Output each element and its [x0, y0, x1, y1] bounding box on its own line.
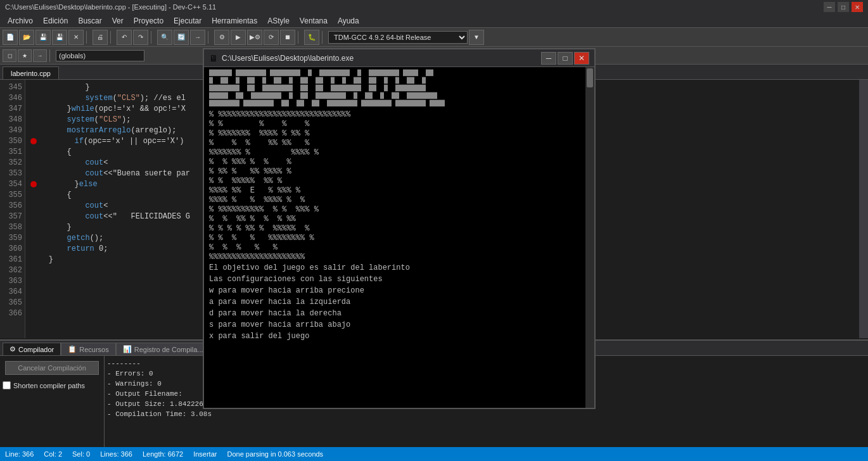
- tab-recursos[interactable]: 📋 Recursos: [61, 343, 115, 355]
- redo-button[interactable]: ↷: [133, 30, 148, 45]
- new-button[interactable]: 📄: [3, 30, 18, 45]
- status-col: Col: 2: [44, 450, 62, 458]
- exe-window-controls: ─ □ ✕: [541, 52, 589, 65]
- status-lines: Lines: 366: [100, 450, 132, 458]
- open-button[interactable]: 📂: [19, 30, 34, 45]
- exe-close-button[interactable]: ✕: [574, 52, 589, 65]
- exe-scrollbar[interactable]: [585, 67, 594, 408]
- shorten-paths-checkbox[interactable]: [3, 381, 11, 389]
- stop-button[interactable]: ⏹: [280, 30, 295, 45]
- class-browser-btn[interactable]: ◻: [3, 49, 16, 62]
- tab-laberinto-cpp[interactable]: laberinto.cpp: [3, 66, 59, 79]
- toolbar-separator-4: [208, 31, 212, 44]
- compilador-icon: ⚙: [10, 345, 16, 353]
- exe-content[interactable]: ██████ ████████ ████████ █ ████████ █ ██…: [204, 67, 594, 408]
- status-line: Line: 366: [5, 450, 34, 458]
- tab-registro[interactable]: 📊 Registro de Compila...: [116, 343, 210, 355]
- replace-button[interactable]: 🔄: [174, 30, 189, 45]
- menu-edicion[interactable]: Edición: [38, 15, 73, 27]
- percent-maze: % %%%%%%%%%%%%%%%%%%%%%%%%%%%%% % % % % …: [209, 110, 589, 262]
- compile-run-button[interactable]: ▶⚙: [247, 30, 262, 45]
- tab-compilador[interactable]: ⚙ Compilador: [3, 343, 61, 355]
- app-title: C:\Users\Eulises\Desktop\laberinto.cpp -…: [5, 3, 824, 11]
- title-bar: C:\Users\Eulises\Desktop\laberinto.cpp -…: [0, 0, 868, 14]
- search-button[interactable]: 🔍: [157, 30, 172, 45]
- bottom-left-panel: Cancelar Compilación Shorten compiler pa…: [0, 356, 105, 447]
- status-bar: Line: 366 Col: 2 Sel: 0 Lines: 366 Lengt…: [0, 447, 868, 461]
- menu-buscar[interactable]: Buscar: [73, 15, 106, 27]
- debug-button[interactable]: 🐛: [304, 30, 319, 45]
- menu-herramientas[interactable]: Herramientas: [207, 15, 262, 27]
- maximize-button[interactable]: □: [838, 2, 849, 12]
- exe-title-bar: 🖥 C:\Users\Eulises\Desktop\laberinto.exe…: [204, 49, 594, 67]
- exe-maximize-button[interactable]: □: [558, 52, 573, 65]
- exe-window-icon: 🖥: [209, 53, 218, 63]
- status-sel: Sel: 0: [72, 450, 90, 458]
- bookmark-btn[interactable]: ★: [18, 49, 32, 62]
- registro-icon: 📊: [123, 345, 132, 353]
- close-button[interactable]: ✕: [852, 2, 863, 12]
- status-parsing: Done parsing in 0.063 seconds: [227, 450, 323, 458]
- recursos-label: Recursos: [79, 346, 108, 353]
- shorten-paths-label: Shorten compiler paths: [13, 382, 85, 389]
- menu-ver[interactable]: Ver: [107, 15, 129, 27]
- recursos-icon: 📋: [68, 345, 77, 353]
- exe-output-text: ██████ ████████ ████████ █ ████████ █ ██…: [209, 70, 589, 342]
- shorten-paths-container: Shorten compiler paths: [3, 380, 101, 391]
- menu-ayuda[interactable]: Ayuda: [333, 15, 364, 27]
- status-insertar: Insertar: [193, 450, 217, 458]
- compiler-output-line: - Compilation Time: 3.08s: [107, 409, 865, 419]
- close-file-button[interactable]: ✕: [68, 30, 84, 45]
- compile-button[interactable]: ⚙: [214, 30, 229, 45]
- toolbar-separator-5: [298, 31, 302, 44]
- menu-bar: Archivo Edición Buscar Ver Proyecto Ejec…: [0, 14, 868, 28]
- menu-ejecutar[interactable]: Ejecutar: [169, 15, 207, 27]
- rebuild-button[interactable]: ⟳: [264, 30, 279, 45]
- run-button[interactable]: ▶: [231, 30, 246, 45]
- globals-input[interactable]: [56, 50, 144, 61]
- menu-ventana[interactable]: Ventana: [295, 15, 333, 27]
- status-length: Length: 6672: [143, 450, 183, 458]
- menu-proyecto[interactable]: Proyecto: [129, 15, 169, 27]
- exe-text-line: w para mover hacia arriba precione: [209, 285, 589, 296]
- print-button[interactable]: 🖨: [93, 30, 108, 45]
- exe-title-text: C:\Users\Eulises\Desktop\laberinto.exe: [222, 54, 354, 63]
- indent-btn[interactable]: →: [33, 49, 47, 62]
- toolbar-separator-1: [86, 31, 90, 44]
- minimize-button[interactable]: ─: [824, 2, 835, 12]
- right-scrollbar-area[interactable]: [859, 80, 868, 338]
- window-controls: ─ □ ✕: [824, 2, 863, 12]
- registro-label: Registro de Compila...: [134, 346, 203, 353]
- toolbar2-separator: [49, 49, 53, 62]
- undo-button[interactable]: ↶: [117, 30, 132, 45]
- compiler-dropdown[interactable]: ▼: [469, 30, 484, 45]
- exe-text-line: El objetivo del juego es salir del laber…: [209, 262, 589, 274]
- compiler-select[interactable]: TDM-GCC 4.9.2 64-bit Release: [328, 31, 468, 44]
- exe-text-line: a para mover hacia la izquierda: [209, 296, 589, 308]
- menu-astyle[interactable]: AStyle: [262, 15, 295, 27]
- menu-archivo[interactable]: Archivo: [3, 15, 38, 27]
- exe-text-line: x para salir del juego: [209, 331, 589, 342]
- exe-scroll-thumb[interactable]: [587, 68, 593, 87]
- exe-text-line: d para mover hacia la derecha: [209, 308, 589, 319]
- goto-button[interactable]: →: [190, 30, 205, 45]
- toolbar-separator-6: [322, 31, 326, 44]
- toolbar-separator-2: [110, 31, 114, 44]
- save-button[interactable]: 💾: [35, 30, 51, 45]
- exe-text-line: s para mover hacia arriba abajo: [209, 319, 589, 331]
- save-all-button[interactable]: 💾: [52, 30, 67, 45]
- exe-window: 🖥 C:\Users\Eulises\Desktop\laberinto.exe…: [203, 48, 596, 409]
- toolbar-separator-3: [151, 31, 155, 44]
- cancel-compilation-button[interactable]: Cancelar Compilación: [5, 361, 99, 375]
- exe-text-line: Las configuraciones con las siguientes: [209, 274, 589, 285]
- line-numbers: 3453463473483493503513523533543553563573…: [0, 80, 25, 338]
- exe-minimize-button[interactable]: ─: [541, 52, 556, 65]
- maze-header: ██████ ████████ ████████ █ ████████ █ ██…: [209, 70, 589, 108]
- compilador-label: Compilador: [18, 346, 54, 353]
- main-toolbar: 📄 📂 💾 💾 ✕ 🖨 ↶ ↷ 🔍 🔄 → ⚙ ▶ ▶⚙ ⟳ ⏹ 🐛 TDM-G…: [0, 28, 868, 47]
